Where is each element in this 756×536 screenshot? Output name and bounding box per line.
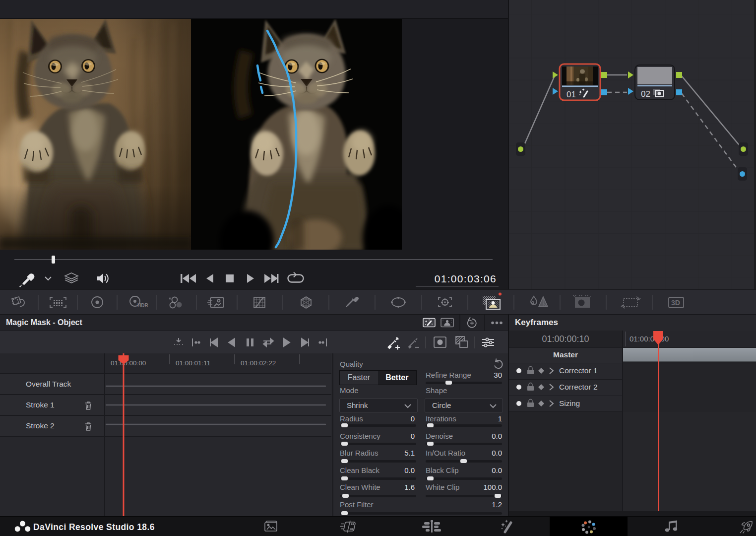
svg-text:01:00:03:06: 01:00:03:06 <box>435 273 497 284</box>
svg-text:02: 02 <box>641 89 650 99</box>
svg-text:Corrector 2: Corrector 2 <box>559 383 598 391</box>
svg-text:DaVinci Resolve Studio 18.6: DaVinci Resolve Studio 18.6 <box>33 522 155 532</box>
svg-text:01:00:01:11: 01:00:01:11 <box>176 359 210 367</box>
svg-text:Sizing: Sizing <box>559 399 580 407</box>
svg-text:HDR: HDR <box>137 303 148 308</box>
svg-text:Overall Track: Overall Track <box>26 380 71 388</box>
svg-text:Corrector 1: Corrector 1 <box>559 366 598 375</box>
svg-text:Stroke 2: Stroke 2 <box>26 421 55 430</box>
svg-text:3D: 3D <box>671 299 680 307</box>
svg-text:01: 01 <box>567 90 576 99</box>
svg-text:01:00:02:22: 01:00:02:22 <box>241 359 276 367</box>
svg-text:Stroke 1: Stroke 1 <box>26 401 55 409</box>
